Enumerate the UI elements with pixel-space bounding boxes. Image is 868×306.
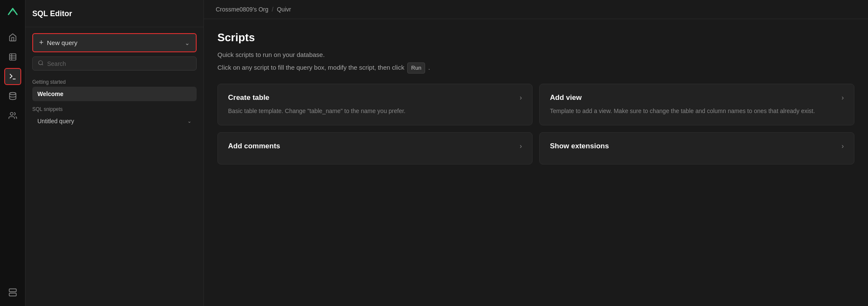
script-card-add-view[interactable]: Add view › Template to add a view. Make … — [539, 84, 854, 125]
new-query-label: New query — [47, 39, 78, 46]
script-card-create-table[interactable]: Create table › Basic table template. Cha… — [217, 84, 533, 125]
sql-snippets-section: SQL snippets Untitled query ⌄ — [25, 103, 203, 130]
breadcrumb-org[interactable]: Crossme0809's Org — [216, 6, 268, 13]
getting-started-section: Getting started Welcome — [25, 76, 203, 103]
nav-database-icon[interactable] — [4, 88, 21, 105]
nav-storage-icon[interactable] — [4, 284, 21, 301]
search-container — [25, 57, 203, 76]
svg-rect-7 — [9, 289, 16, 292]
new-query-container: + New query ⌄ — [25, 27, 203, 57]
welcome-label: Welcome — [37, 91, 63, 97]
getting-started-label: Getting started — [32, 79, 197, 85]
nav-table-icon[interactable] — [4, 48, 21, 65]
svg-rect-8 — [9, 293, 16, 296]
show-extensions-title: Show extensions — [550, 142, 609, 150]
scripts-section: Scripts Quick scripts to run on your dat… — [204, 19, 868, 176]
svg-rect-0 — [9, 54, 16, 60]
nav-home-icon[interactable] — [4, 29, 21, 46]
chevron-down-icon: ⌄ — [187, 118, 192, 124]
sql-editor-title: SQL Editor — [32, 4, 197, 23]
untitled-query-label: Untitled query — [37, 118, 74, 125]
create-table-desc: Basic table template. Change "table_name… — [228, 106, 522, 116]
left-panel: SQL Editor + New query ⌄ Getting started — [25, 0, 204, 306]
svg-line-12 — [42, 64, 43, 65]
svg-point-11 — [39, 61, 42, 65]
breadcrumb: Crossme0809's Org / Quivr — [204, 0, 868, 19]
search-input[interactable] — [47, 60, 191, 67]
scripts-desc-line2: Click on any script to fill the query bo… — [217, 62, 854, 74]
main-content: Crossme0809's Org / Quivr Scripts Quick … — [204, 0, 868, 306]
add-comments-title: Add comments — [228, 142, 280, 150]
add-view-arrow-icon: › — [842, 94, 844, 102]
nav-item-welcome[interactable]: Welcome — [32, 87, 197, 101]
search-wrapper — [32, 57, 197, 71]
scripts-grid: Create table › Basic table template. Cha… — [217, 84, 854, 164]
add-view-title: Add view — [550, 94, 582, 102]
sql-snippets-label: SQL snippets — [32, 106, 197, 112]
scripts-desc-suffix: . — [428, 64, 430, 71]
add-comments-arrow-icon: › — [520, 142, 522, 150]
app-logo[interactable] — [6, 5, 19, 20]
script-card-add-comments[interactable]: Add comments › — [217, 132, 533, 164]
svg-point-5 — [9, 93, 16, 95]
breadcrumb-separator: / — [272, 6, 273, 13]
scripts-desc-line1: Quick scripts to run on your database. — [217, 49, 854, 60]
nav-users-icon[interactable] — [4, 107, 21, 124]
breadcrumb-project[interactable]: Quivr — [277, 6, 291, 13]
show-extensions-arrow-icon: › — [842, 142, 844, 150]
search-icon — [38, 60, 44, 67]
run-badge: Run — [407, 62, 425, 74]
icon-sidebar — [0, 0, 25, 306]
new-query-button[interactable]: + New query ⌄ — [32, 33, 197, 52]
plus-icon: + — [39, 38, 44, 47]
nav-sql-editor-icon[interactable] — [4, 68, 21, 85]
scripts-title: Scripts — [217, 31, 854, 44]
scripts-desc-prefix: Click on any script to fill the query bo… — [217, 64, 404, 71]
create-table-title: Create table — [228, 94, 269, 102]
left-panel-header: SQL Editor — [25, 0, 203, 27]
create-table-arrow-icon: › — [520, 94, 522, 102]
svg-point-6 — [10, 113, 13, 116]
script-card-show-extensions[interactable]: Show extensions › — [539, 132, 854, 164]
chevron-down-icon: ⌄ — [185, 40, 190, 46]
nav-item-untitled-query[interactable]: Untitled query ⌄ — [32, 114, 197, 128]
add-view-desc: Template to add a view. Make sure to cha… — [550, 106, 844, 116]
